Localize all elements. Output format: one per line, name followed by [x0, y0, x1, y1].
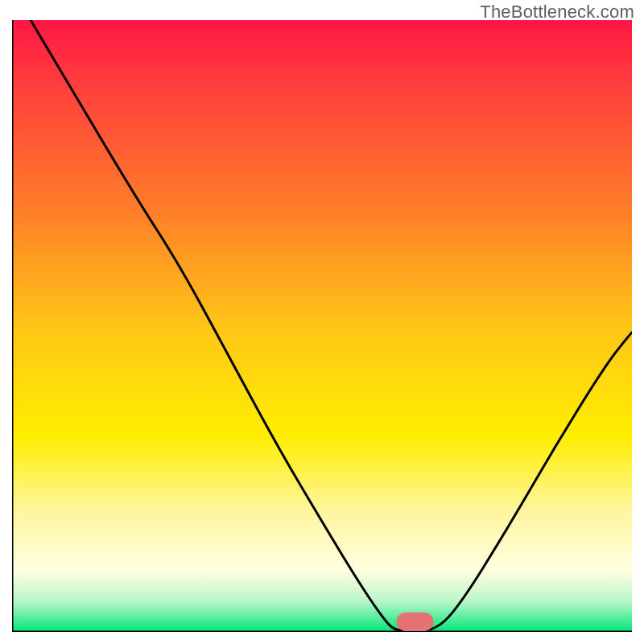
watermark-text: TheBottleneck.com	[480, 2, 634, 23]
gradient-background	[12, 20, 632, 632]
optimal-marker	[396, 613, 433, 631]
chart-stage: TheBottleneck.com	[0, 0, 644, 644]
bottleneck-chart	[12, 20, 632, 632]
